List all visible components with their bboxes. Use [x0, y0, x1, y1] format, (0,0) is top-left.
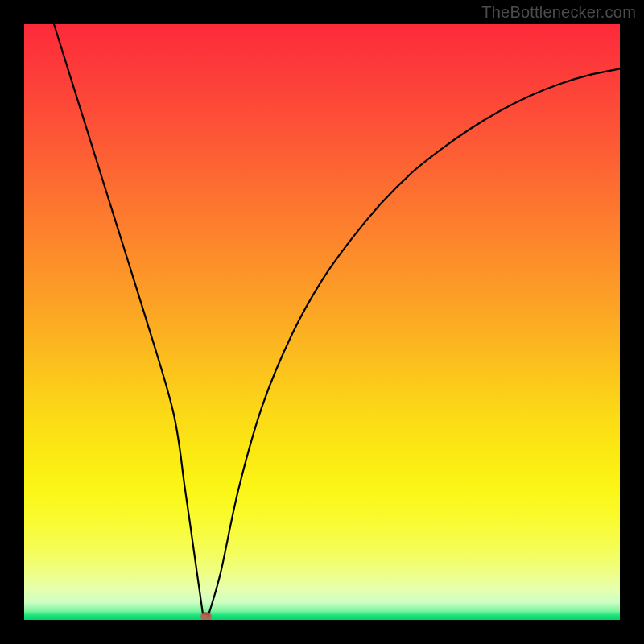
plot-area — [24, 24, 620, 620]
optimal-marker — [200, 612, 212, 620]
attribution-text: TheBottlenecker.com — [481, 3, 636, 22]
bottleneck-curve — [24, 24, 620, 620]
